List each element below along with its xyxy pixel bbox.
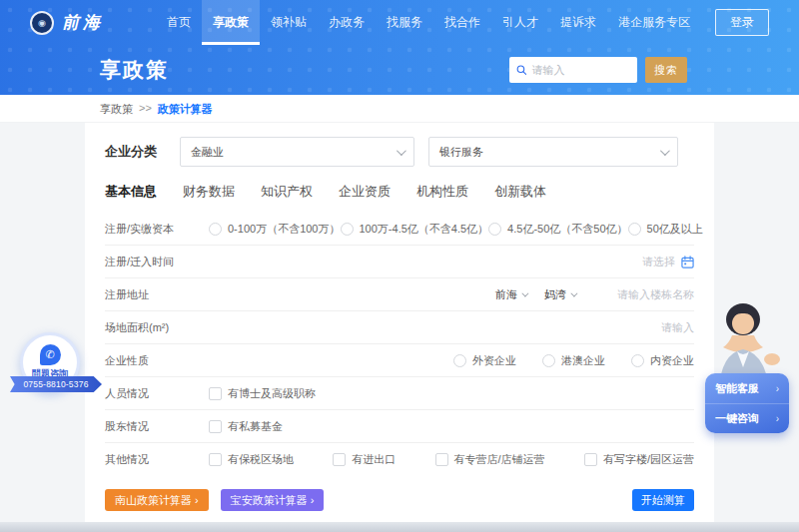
one-click-consult-label: 一键咨询 xyxy=(715,411,759,426)
radio-icon[interactable] xyxy=(488,223,501,236)
page-title: 享政策 xyxy=(100,56,169,84)
assistant-panel: 智能客服 › 一键咨询 › xyxy=(705,373,789,433)
category-row: 企业分类 金融业 银行服务 xyxy=(105,137,694,167)
checkbox-icon[interactable] xyxy=(209,387,222,400)
radio-icon[interactable] xyxy=(542,354,555,367)
nav-item-cooperation[interactable]: 找合作 xyxy=(433,0,491,45)
capital-option-4-label: 50亿及以上 xyxy=(647,222,703,237)
industry-select[interactable]: 金融业 xyxy=(180,137,414,167)
nav-item-services[interactable]: 找服务 xyxy=(376,0,433,45)
sub-industry-select[interactable]: 银行服务 xyxy=(428,137,678,167)
chevron-down-icon xyxy=(570,289,577,296)
checkbox-icon[interactable] xyxy=(435,453,448,466)
banner: 享政策 搜索 xyxy=(0,45,799,95)
other-option-office-park[interactable]: 有写字楼/园区运营 xyxy=(584,452,694,467)
checkbox-icon[interactable] xyxy=(584,453,597,466)
nav-item-talent[interactable]: 引人才 xyxy=(491,0,549,45)
tab-institution-nature[interactable]: 机构性质 xyxy=(416,183,468,209)
nav-items: 首页 享政策 领补贴 办政务 找服务 找合作 引人才 提诉求 港企服务专区 登录 xyxy=(156,0,769,45)
breadcrumb-separator: >> xyxy=(139,102,152,114)
nav-item-home[interactable]: 首页 xyxy=(156,0,202,45)
tab-financial-data[interactable]: 财务数据 xyxy=(183,183,235,209)
search-icon xyxy=(516,64,526,76)
shareholder-row: 股东情况 有私募基金 xyxy=(105,410,694,443)
address-controls: 前海 妈湾 请输入楼栋名称 xyxy=(495,287,694,302)
nav-item-appeals[interactable]: 提诉求 xyxy=(549,0,607,45)
radio-icon[interactable] xyxy=(341,223,354,236)
main-nav: ◉ 前海 首页 享政策 领补贴 办政务 找服务 找合作 引人才 提诉求 港企服务… xyxy=(0,0,799,45)
page: ◉ 前海 首页 享政策 领补贴 办政务 找服务 找合作 引人才 提诉求 港企服务… xyxy=(0,0,799,532)
nav-item-gov-affairs[interactable]: 办政务 xyxy=(318,0,376,45)
calendar-icon[interactable] xyxy=(681,256,694,268)
radio-icon[interactable] xyxy=(628,223,641,236)
radio-icon[interactable] xyxy=(453,354,466,367)
search-box[interactable] xyxy=(509,57,637,83)
nature-row: 企业性质 外资企业 港澳企业 内资企业 xyxy=(105,344,694,377)
chevron-down-icon xyxy=(660,146,670,156)
nanshan-calculator-button[interactable]: 南山政策计算器 › xyxy=(105,489,209,511)
other-option-import-export-label: 有进出口 xyxy=(352,452,396,467)
tab-basic-info[interactable]: 基本信息 xyxy=(105,183,157,209)
category-label: 企业分类 xyxy=(105,143,175,161)
radio-icon[interactable] xyxy=(209,223,222,236)
nature-option-foreign[interactable]: 外资企业 xyxy=(453,353,516,368)
nature-option-hkmo[interactable]: 港澳企业 xyxy=(542,353,605,368)
start-calculation-button[interactable]: 开始测算 xyxy=(632,489,694,511)
other-option-store-label: 有专营店/店铺运营 xyxy=(454,452,545,467)
nature-option-domestic[interactable]: 内资企业 xyxy=(631,353,694,368)
tab-intellectual-property[interactable]: 知识产权 xyxy=(261,183,313,209)
nav-item-subsidies[interactable]: 领补贴 xyxy=(260,0,318,45)
checkbox-icon[interactable] xyxy=(209,420,222,433)
nature-option-domestic-label: 内资企业 xyxy=(650,353,694,368)
breadcrumb: 享政策 >> 政策计算器 xyxy=(0,95,799,123)
basic-info-form: 注册/实缴资本 0-100万（不含100万） 100万-4.5亿（不含4.5亿）… xyxy=(105,213,694,476)
address-row: 注册地址 前海 妈湾 请输入楼栋名称 xyxy=(105,278,694,311)
nature-options: 外资企业 港澳企业 内资企业 xyxy=(453,353,694,368)
area-select[interactable]: 妈湾 xyxy=(544,287,575,302)
checkbox-icon[interactable] xyxy=(333,453,346,466)
capital-row: 注册/实缴资本 0-100万（不含100万） 100万-4.5亿（不含4.5亿）… xyxy=(105,213,694,246)
shareholder-option-private-fund[interactable]: 有私募基金 xyxy=(209,419,283,434)
arrow-right-icon: › xyxy=(776,383,779,394)
capital-option-1[interactable]: 0-100万（不含100万） xyxy=(209,222,341,237)
other-option-store[interactable]: 有专营店/店铺运营 xyxy=(435,452,545,467)
baoan-calculator-button[interactable]: 宝安政策计算器 › xyxy=(221,489,325,511)
login-button[interactable]: 登录 xyxy=(715,9,769,36)
calculator-footer: 南山政策计算器 › 宝安政策计算器 › 开始测算 xyxy=(105,489,694,511)
search-input[interactable] xyxy=(531,64,630,76)
one-click-consult-button[interactable]: 一键咨询 › xyxy=(705,403,789,433)
smart-service-button[interactable]: 智能客服 › xyxy=(705,373,789,403)
logo[interactable]: ◉ 前海 xyxy=(30,11,104,35)
chevron-down-icon xyxy=(397,146,406,156)
capital-option-3-label: 4.5亿-50亿（不含50亿） xyxy=(507,222,627,237)
capital-option-3[interactable]: 4.5亿-50亿（不含50亿） xyxy=(488,222,627,237)
tab-enterprise-qualification[interactable]: 企业资质 xyxy=(339,183,391,209)
register-time-picker[interactable]: 请选择 xyxy=(642,255,675,269)
personnel-option-phd-label: 有博士及高级职称 xyxy=(228,386,316,401)
policy-calculator-card: 企业分类 金融业 银行服务 基本信息 财务数据 知识产权 企业资质 机构性质 创… xyxy=(85,123,714,522)
personnel-row: 人员情况 有博士及高级职称 xyxy=(105,377,694,410)
contact-phone-ribbon[interactable]: 0755-8810-5376 xyxy=(10,376,102,392)
radio-icon[interactable] xyxy=(631,354,644,367)
checkbox-icon[interactable] xyxy=(209,453,222,466)
breadcrumb-parent[interactable]: 享政策 xyxy=(100,102,133,117)
search-button[interactable]: 搜索 xyxy=(645,57,687,83)
capital-option-4[interactable]: 50亿及以上 xyxy=(628,222,703,237)
other-option-bonded-site[interactable]: 有保税区场地 xyxy=(209,452,294,467)
logo-emblem-icon: ◉ xyxy=(30,11,54,35)
nav-item-hk-zone[interactable]: 港企服务专区 xyxy=(607,0,701,45)
other-option-import-export[interactable]: 有进出口 xyxy=(333,452,396,467)
tab-innovation-carrier[interactable]: 创新载体 xyxy=(494,183,546,209)
shareholder-option-private-fund-label: 有私募基金 xyxy=(228,419,283,434)
capital-option-2[interactable]: 100万-4.5亿（不含4.5亿） xyxy=(341,222,489,237)
building-name-input[interactable]: 请输入楼栋名称 xyxy=(617,287,694,302)
district-select[interactable]: 前海 xyxy=(495,287,526,302)
capital-option-1-label: 0-100万（不含100万） xyxy=(228,222,341,237)
personnel-option-phd[interactable]: 有博士及高级职称 xyxy=(209,386,316,401)
site-area-input[interactable]: 请输入 xyxy=(661,320,694,335)
other-label: 其他情况 xyxy=(105,452,175,467)
calculator-tabs: 基本信息 财务数据 知识产权 企业资质 机构性质 创新载体 xyxy=(105,183,694,209)
other-option-office-park-label: 有写字楼/园区运营 xyxy=(603,452,694,467)
site-area-label: 场地面积(m²) xyxy=(105,320,175,335)
nav-item-policies[interactable]: 享政策 xyxy=(202,0,260,45)
